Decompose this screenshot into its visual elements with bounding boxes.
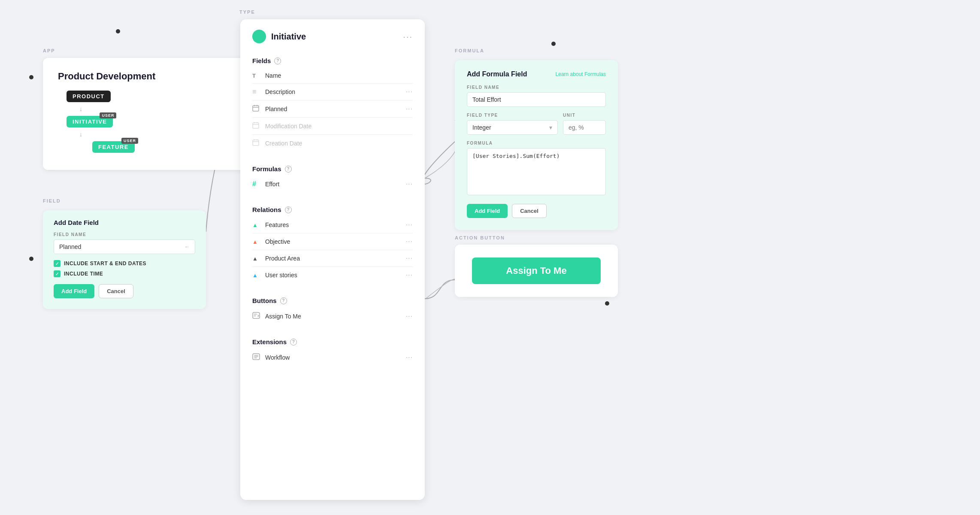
assign-to-me-button[interactable]: Assign To Me (472, 258, 601, 284)
features-more-btn[interactable]: ··· (406, 221, 413, 229)
field-row-features: ▲ Features ··· (252, 217, 413, 233)
field-add-button[interactable]: Add Field (54, 284, 94, 298)
field-name-value: Planned (59, 243, 81, 250)
field-input-arrow: ← (185, 244, 190, 250)
modification-icon (252, 122, 262, 130)
action-button-label: ACTION BUTTON (455, 235, 505, 240)
formulas-title: Formulas (252, 165, 281, 173)
type-more-button[interactable]: ··· (403, 32, 413, 42)
arrow-down-1: ↓ (79, 106, 82, 112)
extensions-title: Extensions (252, 338, 287, 345)
field-row-description: ≡ Description ··· (252, 84, 413, 100)
feature-label: FEATURE (98, 144, 129, 150)
checkbox-time[interactable]: INCLUDE TIME (54, 270, 195, 277)
creation-icon (252, 139, 262, 147)
assign-icon (252, 312, 262, 320)
extensions-section: Extensions ? Workflow ··· (240, 332, 425, 366)
action-section: Assign To Me (455, 245, 618, 297)
formula-panel: Add Formula Field Learn about Formulas F… (455, 60, 618, 230)
objective-icon: ▲ (252, 239, 262, 245)
field-row-workflow: Workflow ··· (252, 349, 413, 366)
objective-field-label: Objective (265, 238, 406, 245)
field-row-creation: Creation Date (252, 135, 413, 151)
type-icon (252, 30, 266, 43)
dot-1 (116, 29, 120, 33)
field-name-input[interactable]: Planned ← (54, 239, 195, 254)
dot-4 (29, 257, 33, 261)
effort-field-label: Effort (265, 181, 406, 188)
select-chevron-icon: ▾ (549, 124, 552, 131)
fields-help-icon[interactable]: ? (274, 58, 281, 64)
type-title: Initiative (271, 32, 306, 42)
formula-field-name-label: FIELD NAME (467, 85, 606, 90)
description-icon: ≡ (252, 88, 262, 96)
field-row-user-stories: ▲ User stories ··· (252, 267, 413, 283)
relations-title: Relations (252, 206, 281, 213)
features-icon: ▲ (252, 222, 262, 228)
extensions-help-icon[interactable]: ? (290, 339, 297, 345)
product-area-icon: ▲ (252, 255, 262, 262)
dot-3 (29, 75, 33, 79)
fields-title: Fields (252, 57, 271, 64)
field-row-name: T Name (252, 68, 413, 84)
user-stories-more-btn[interactable]: ··· (406, 271, 413, 279)
workflow-icon (252, 353, 262, 361)
action-card: Assign To Me (455, 245, 618, 297)
product-area-more-btn[interactable]: ··· (406, 254, 413, 262)
planned-more-btn[interactable]: ··· (406, 105, 413, 113)
app-label: APP (43, 48, 55, 53)
planned-icon (252, 105, 262, 113)
field-type-value: Integer (472, 124, 491, 131)
name-icon: T (252, 73, 262, 79)
description-field-label: Description (265, 88, 406, 95)
field-row-modification: Modification Date (252, 118, 413, 135)
checkbox-time-icon[interactable] (54, 270, 60, 277)
workflow-more-btn[interactable]: ··· (406, 354, 413, 361)
buttons-title: Buttons (252, 297, 277, 304)
field-row-product-area: ▲ Product Area ··· (252, 250, 413, 267)
assign-more-btn[interactable]: ··· (406, 312, 413, 320)
product-area-field-label: Product Area (265, 255, 406, 262)
field-name-label: FIELD NAME (54, 232, 195, 237)
arrow-down-2: ↓ (79, 131, 82, 138)
feature-badge: USER (121, 138, 138, 144)
checkbox-start-end[interactable]: INCLUDE START & END DATES (54, 260, 195, 267)
effort-more-btn[interactable]: ··· (406, 180, 413, 188)
objective-more-btn[interactable]: ··· (406, 238, 413, 245)
svg-rect-1 (253, 123, 259, 128)
features-field-label: Features (265, 221, 406, 228)
field-card: Add Date Field FIELD NAME Planned ← INCL… (43, 210, 206, 309)
field-row-assign: Assign To Me ··· (252, 308, 413, 324)
formula-field-type-select[interactable]: Integer ▾ (467, 120, 558, 135)
formula-field-type-label: FIELD TYPE (467, 113, 558, 118)
formula-unit-input[interactable] (563, 120, 606, 135)
formula-label: FORMULA (455, 48, 484, 53)
app-title: Product Development (58, 71, 238, 82)
field-cancel-button[interactable]: Cancel (99, 284, 133, 298)
buttons-help-icon[interactable]: ? (280, 297, 287, 304)
fields-section: Fields ? T Name ≡ Description ··· Planne… (240, 51, 425, 151)
relations-help-icon[interactable]: ? (285, 206, 292, 213)
dot-2 (551, 42, 556, 46)
formulas-help-icon[interactable]: ? (285, 166, 292, 173)
product-label: PRODUCT (73, 93, 105, 100)
field-row-effort: # Effort ··· (252, 176, 413, 192)
formula-formula-label: FORMULA (467, 141, 606, 145)
description-more-btn[interactable]: ··· (406, 88, 413, 96)
formulas-section: Formulas ? # Effort ··· (240, 159, 425, 192)
app-card: Product Development PRODUCT ↓ INITIATIVE… (43, 58, 253, 170)
checkbox-start-end-icon[interactable] (54, 260, 60, 267)
planned-field-label: Planned (265, 106, 406, 112)
dot-5 (605, 301, 609, 306)
learn-link[interactable]: Learn about Formulas (556, 71, 606, 77)
formula-add-button[interactable]: Add Field (467, 204, 508, 218)
formula-field-name-input[interactable] (467, 92, 606, 107)
initiative-badge: USER (100, 112, 116, 118)
type-label: TYPE (239, 9, 255, 15)
formula-textarea[interactable]: [User Stories].Sum(Effort) (467, 148, 606, 195)
user-stories-field-label: User stories (265, 272, 406, 279)
svg-rect-0 (253, 106, 259, 111)
type-header: Initiative ··· (240, 19, 425, 51)
formula-cancel-button[interactable]: Cancel (512, 204, 547, 218)
formula-unit-label: UNIT (563, 113, 606, 118)
